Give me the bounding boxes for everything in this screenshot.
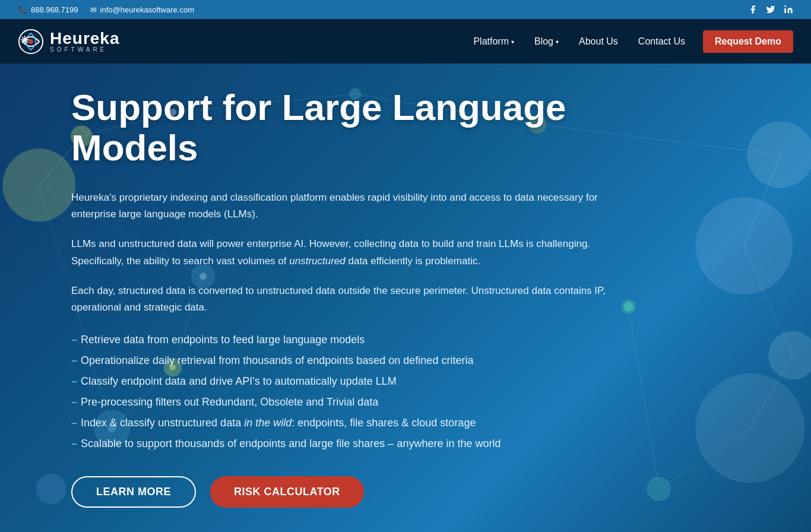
bullet-item-4: – Pre-processing filters out Redundant, …: [71, 396, 641, 408]
bullet-dash-3: –: [71, 375, 77, 388]
platform-chevron-icon: ▾: [511, 39, 514, 45]
svg-point-6: [747, 121, 811, 188]
facebook-icon[interactable]: [748, 5, 758, 14]
bullet-dash-6: –: [71, 438, 77, 450]
svg-point-7: [695, 197, 793, 294]
svg-line-23: [744, 155, 780, 246]
nav-contact[interactable]: Contact Us: [630, 31, 693, 52]
request-demo-button[interactable]: Request Demo: [703, 30, 793, 53]
bullet-dash-1: –: [71, 334, 77, 346]
email-icon: ✉: [90, 5, 97, 14]
svg-point-0: [784, 5, 786, 7]
nav-platform[interactable]: Platform ▾: [465, 31, 522, 52]
phone-contact[interactable]: 📞 888.968.7199: [18, 5, 78, 14]
svg-text:✳: ✳: [20, 34, 29, 46]
bullet-item-5: – Index & classify unstructured data in …: [71, 417, 641, 429]
nav-links: Platform ▾ Blog ▾ About Us Contact Us Re…: [465, 30, 793, 53]
logo-icon: ✳: [18, 28, 44, 55]
svg-point-4: [2, 148, 75, 221]
bullet-text-2: Operationalize daily retrieval from thou…: [81, 354, 473, 367]
nav-about-label: About Us: [579, 36, 618, 47]
linkedin-icon[interactable]: [784, 5, 793, 14]
svg-line-32: [659, 428, 750, 489]
logo-software-label: SOFTWARE: [50, 47, 120, 53]
email-contact[interactable]: ✉ info@heurekasoftware.com: [90, 5, 194, 14]
svg-line-24: [744, 246, 793, 355]
learn-more-button[interactable]: LEARN MORE: [71, 476, 196, 508]
logo-text: Heureka SOFTWARE: [50, 30, 120, 53]
svg-point-8: [768, 331, 811, 379]
page-title: Support for Large Language Models: [71, 87, 641, 168]
bullet-list: – Retrieve data from endpoints to feed l…: [71, 334, 641, 450]
svg-point-9: [695, 373, 804, 483]
paragraph-3: Each day, structured data is converted t…: [71, 283, 641, 316]
paragraph-2: LLMs and unstructured data will power en…: [71, 236, 641, 269]
nav-about[interactable]: About Us: [571, 31, 626, 52]
bullet-dash-5: –: [71, 417, 77, 429]
paragraph-1: Heureka's proprietary indexing and class…: [71, 189, 641, 223]
twitter-icon[interactable]: [766, 5, 775, 14]
risk-calculator-button[interactable]: RISK CALCULATOR: [210, 476, 364, 508]
svg-line-31: [629, 246, 744, 306]
social-links: [748, 5, 793, 14]
bullet-text-6: Scalable to support thousands of endpoin…: [81, 438, 500, 450]
bullet-text-3: Classify endpoint data and drive API's t…: [81, 375, 397, 388]
nav-contact-label: Contact Us: [638, 36, 685, 47]
nav-blog-label: Blog: [534, 36, 553, 47]
svg-point-2: [28, 39, 33, 44]
bullet-text-5: Index & classify unstructured data in th…: [81, 417, 476, 429]
phone-icon: 📞: [18, 5, 27, 14]
bullet-item-3: – Classify endpoint data and drive API's…: [71, 375, 641, 388]
nav-blog[interactable]: Blog ▾: [526, 31, 567, 52]
phone-number: 888.968.7199: [31, 5, 78, 14]
bullet-item-2: – Operationalize daily retrieval from th…: [71, 354, 641, 367]
cta-buttons: LEARN MORE RISK CALCULATOR: [71, 476, 641, 508]
navbar: ✳ Heureka SOFTWARE Platform ▾ Blog ▾ Abo…: [0, 19, 811, 64]
svg-line-25: [750, 355, 793, 428]
bullet-dash-2: –: [71, 354, 77, 367]
bullet-item-6: – Scalable to support thousands of endpo…: [71, 438, 641, 450]
logo-name: Heureka: [50, 30, 120, 47]
hero-section: Support for Large Language Models Heurek…: [0, 64, 811, 532]
bullet-text-4: Pre-processing filters out Redundant, Ob…: [81, 396, 378, 408]
top-bar: 📞 888.968.7199 ✉ info@heurekasoftware.co…: [0, 0, 811, 19]
bullet-dash-4: –: [71, 396, 77, 408]
top-bar-left: 📞 888.968.7199 ✉ info@heurekasoftware.co…: [18, 5, 194, 14]
logo[interactable]: ✳ Heureka SOFTWARE: [18, 28, 120, 55]
svg-point-13: [647, 477, 671, 501]
email-address: info@heurekasoftware.com: [100, 5, 194, 14]
bullet-item-1: – Retrieve data from endpoints to feed l…: [71, 334, 641, 346]
blog-chevron-icon: ▾: [556, 39, 559, 45]
hero-content: Support for Large Language Models Heurek…: [71, 87, 641, 508]
svg-point-12: [36, 474, 66, 504]
nav-platform-label: Platform: [473, 36, 509, 47]
bullet-text-1: Retrieve data from endpoints to feed lar…: [81, 334, 365, 346]
